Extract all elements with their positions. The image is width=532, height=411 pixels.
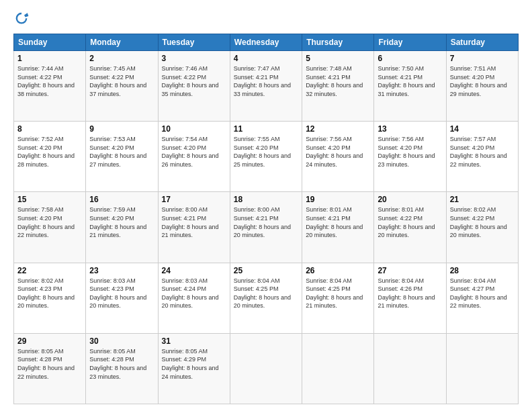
day-number: 18 <box>234 195 298 204</box>
day-number: 3 <box>162 54 226 63</box>
calendar-day-cell: 31Sunrise: 8:05 AMSunset: 4:29 PMDayligh… <box>158 333 230 404</box>
logo-icon <box>13 11 30 27</box>
calendar-week-row: 22Sunrise: 8:02 AMSunset: 4:23 PMDayligh… <box>14 263 519 333</box>
calendar-day-cell: 11Sunrise: 7:55 AMSunset: 4:20 PMDayligh… <box>230 122 302 192</box>
day-info: Sunrise: 8:05 AMSunset: 4:28 PMDaylight:… <box>17 347 82 381</box>
day-number: 13 <box>378 124 442 134</box>
weekday-header-cell: Monday <box>86 34 158 51</box>
day-info: Sunrise: 8:03 AMSunset: 4:24 PMDaylight:… <box>162 277 226 310</box>
calendar-day-cell: 14Sunrise: 7:57 AMSunset: 4:20 PMDayligh… <box>446 122 518 192</box>
day-number: 29 <box>17 336 82 346</box>
calendar-day-cell <box>302 333 374 404</box>
calendar-day-cell: 18Sunrise: 8:00 AMSunset: 4:21 PMDayligh… <box>230 192 302 263</box>
day-number: 20 <box>378 195 442 204</box>
weekday-header-cell: Friday <box>374 34 446 51</box>
calendar-day-cell: 24Sunrise: 8:03 AMSunset: 4:24 PMDayligh… <box>158 263 230 333</box>
calendar-day-cell: 6Sunrise: 7:50 AMSunset: 4:21 PMDaylight… <box>374 51 446 122</box>
calendar-day-cell <box>374 333 446 404</box>
day-number: 25 <box>234 266 298 275</box>
weekday-header-cell: Sunday <box>14 34 86 51</box>
day-info: Sunrise: 8:05 AMSunset: 4:28 PMDaylight:… <box>89 347 154 381</box>
calendar-day-cell: 20Sunrise: 8:01 AMSunset: 4:22 PMDayligh… <box>374 192 446 263</box>
calendar-day-cell: 1Sunrise: 7:44 AMSunset: 4:22 PMDaylight… <box>14 51 86 122</box>
calendar-day-cell: 10Sunrise: 7:54 AMSunset: 4:20 PMDayligh… <box>158 122 230 192</box>
day-number: 23 <box>89 266 154 275</box>
calendar-day-cell: 9Sunrise: 7:53 AMSunset: 4:20 PMDaylight… <box>86 122 158 192</box>
day-info: Sunrise: 8:02 AMSunset: 4:23 PMDaylight:… <box>17 277 82 310</box>
day-number: 21 <box>450 195 515 204</box>
day-info: Sunrise: 7:51 AMSunset: 4:20 PMDaylight:… <box>450 64 515 98</box>
weekday-header-cell: Wednesday <box>230 34 302 51</box>
day-number: 31 <box>162 336 226 346</box>
calendar-day-cell: 16Sunrise: 7:59 AMSunset: 4:20 PMDayligh… <box>86 192 158 263</box>
day-info: Sunrise: 8:02 AMSunset: 4:22 PMDaylight:… <box>450 205 515 239</box>
day-number: 2 <box>89 54 154 63</box>
day-info: Sunrise: 8:00 AMSunset: 4:21 PMDaylight:… <box>162 205 226 239</box>
day-info: Sunrise: 7:47 AMSunset: 4:21 PMDaylight:… <box>234 64 298 98</box>
day-number: 30 <box>89 336 154 346</box>
day-number: 9 <box>89 124 154 134</box>
calendar-day-cell: 27Sunrise: 8:04 AMSunset: 4:26 PMDayligh… <box>374 263 446 333</box>
day-number: 15 <box>17 195 82 204</box>
calendar-week-row: 8Sunrise: 7:52 AMSunset: 4:20 PMDaylight… <box>14 122 519 192</box>
day-number: 14 <box>450 124 515 134</box>
day-info: Sunrise: 8:04 AMSunset: 4:25 PMDaylight:… <box>234 277 298 310</box>
day-info: Sunrise: 7:55 AMSunset: 4:20 PMDaylight:… <box>234 135 298 169</box>
calendar-day-cell: 15Sunrise: 7:58 AMSunset: 4:20 PMDayligh… <box>14 192 86 263</box>
calendar-day-cell: 19Sunrise: 8:01 AMSunset: 4:21 PMDayligh… <box>302 192 374 263</box>
page: SundayMondayTuesdayWednesdayThursdayFrid… <box>0 0 532 411</box>
calendar-day-cell: 3Sunrise: 7:46 AMSunset: 4:22 PMDaylight… <box>158 51 230 122</box>
calendar-day-cell: 30Sunrise: 8:05 AMSunset: 4:28 PMDayligh… <box>86 333 158 404</box>
calendar-day-cell: 4Sunrise: 7:47 AMSunset: 4:21 PMDaylight… <box>230 51 302 122</box>
day-number: 1 <box>17 54 82 63</box>
day-info: Sunrise: 8:01 AMSunset: 4:22 PMDaylight:… <box>378 205 442 239</box>
day-number: 4 <box>234 54 298 63</box>
day-number: 22 <box>17 266 82 275</box>
day-number: 5 <box>306 54 370 63</box>
day-info: Sunrise: 8:00 AMSunset: 4:21 PMDaylight:… <box>234 205 298 239</box>
calendar-day-cell: 12Sunrise: 7:56 AMSunset: 4:20 PMDayligh… <box>302 122 374 192</box>
weekday-header-cell: Saturday <box>446 34 518 51</box>
calendar-day-cell: 29Sunrise: 8:05 AMSunset: 4:28 PMDayligh… <box>14 333 86 404</box>
day-number: 6 <box>378 54 442 63</box>
calendar-day-cell: 26Sunrise: 8:04 AMSunset: 4:25 PMDayligh… <box>302 263 374 333</box>
calendar-day-cell: 8Sunrise: 7:52 AMSunset: 4:20 PMDaylight… <box>14 122 86 192</box>
calendar-body: 1Sunrise: 7:44 AMSunset: 4:22 PMDaylight… <box>14 51 519 404</box>
day-number: 28 <box>450 266 515 275</box>
day-info: Sunrise: 7:56 AMSunset: 4:20 PMDaylight:… <box>378 135 442 169</box>
day-info: Sunrise: 7:57 AMSunset: 4:20 PMDaylight:… <box>450 135 515 169</box>
day-info: Sunrise: 7:53 AMSunset: 4:20 PMDaylight:… <box>89 135 154 169</box>
weekday-header-row: SundayMondayTuesdayWednesdayThursdayFrid… <box>14 34 519 51</box>
day-info: Sunrise: 8:04 AMSunset: 4:25 PMDaylight:… <box>306 277 370 310</box>
day-info: Sunrise: 7:45 AMSunset: 4:22 PMDaylight:… <box>89 64 154 98</box>
day-info: Sunrise: 8:01 AMSunset: 4:21 PMDaylight:… <box>306 205 370 239</box>
header <box>13 11 519 27</box>
day-info: Sunrise: 7:48 AMSunset: 4:21 PMDaylight:… <box>306 64 370 98</box>
calendar-day-cell: 28Sunrise: 8:04 AMSunset: 4:27 PMDayligh… <box>446 263 518 333</box>
day-info: Sunrise: 7:58 AMSunset: 4:20 PMDaylight:… <box>17 205 82 239</box>
day-number: 27 <box>378 266 442 275</box>
day-number: 10 <box>162 124 226 134</box>
day-number: 11 <box>234 124 298 134</box>
day-info: Sunrise: 7:52 AMSunset: 4:20 PMDaylight:… <box>17 135 82 169</box>
day-number: 12 <box>306 124 370 134</box>
calendar-day-cell: 17Sunrise: 8:00 AMSunset: 4:21 PMDayligh… <box>158 192 230 263</box>
calendar-day-cell: 22Sunrise: 8:02 AMSunset: 4:23 PMDayligh… <box>14 263 86 333</box>
day-info: Sunrise: 8:03 AMSunset: 4:23 PMDaylight:… <box>89 277 154 310</box>
day-info: Sunrise: 7:46 AMSunset: 4:22 PMDaylight:… <box>162 64 226 98</box>
logo <box>13 11 32 27</box>
calendar-day-cell: 23Sunrise: 8:03 AMSunset: 4:23 PMDayligh… <box>86 263 158 333</box>
calendar-day-cell <box>230 333 302 404</box>
calendar-week-row: 15Sunrise: 7:58 AMSunset: 4:20 PMDayligh… <box>14 192 519 263</box>
day-number: 7 <box>450 54 515 63</box>
calendar-week-row: 1Sunrise: 7:44 AMSunset: 4:22 PMDaylight… <box>14 51 519 122</box>
day-info: Sunrise: 7:56 AMSunset: 4:20 PMDaylight:… <box>306 135 370 169</box>
calendar-day-cell: 13Sunrise: 7:56 AMSunset: 4:20 PMDayligh… <box>374 122 446 192</box>
day-number: 26 <box>306 266 370 275</box>
calendar-day-cell: 21Sunrise: 8:02 AMSunset: 4:22 PMDayligh… <box>446 192 518 263</box>
day-info: Sunrise: 8:05 AMSunset: 4:29 PMDaylight:… <box>162 347 226 381</box>
day-number: 16 <box>89 195 154 204</box>
day-info: Sunrise: 8:04 AMSunset: 4:27 PMDaylight:… <box>450 277 515 310</box>
day-info: Sunrise: 8:04 AMSunset: 4:26 PMDaylight:… <box>378 277 442 310</box>
day-info: Sunrise: 7:59 AMSunset: 4:20 PMDaylight:… <box>89 205 154 239</box>
